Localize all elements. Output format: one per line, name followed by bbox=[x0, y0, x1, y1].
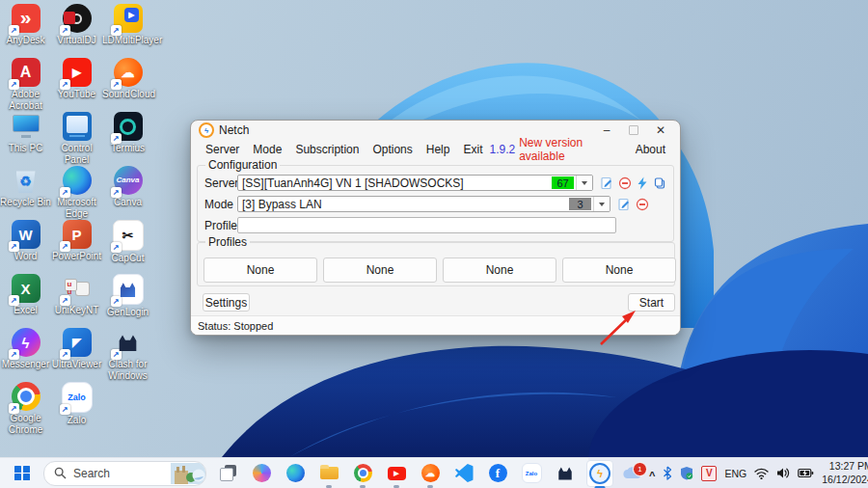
shortcut-arrow-icon bbox=[9, 79, 19, 90]
server-combobox[interactable]: [SS][TuanAnh4G] VN 1 [SHADOWSOCKS] 67 bbox=[237, 175, 593, 191]
taskbar-app-soundcloud[interactable] bbox=[418, 461, 443, 486]
desktop-icon-messenger[interactable]: Messenger bbox=[0, 328, 51, 382]
taskbar-app-edge[interactable] bbox=[283, 461, 308, 486]
desktop-icon-recycle-bin[interactable]: Recycle Bin bbox=[0, 166, 51, 220]
unikey-tray-icon[interactable]: V bbox=[701, 466, 717, 481]
this-pc-icon bbox=[12, 112, 41, 141]
taskbar-app-vscode[interactable] bbox=[451, 461, 476, 486]
menu-help[interactable]: Help bbox=[420, 143, 457, 156]
file-explorer-icon bbox=[320, 464, 339, 482]
taskbar-app-zalo[interactable] bbox=[519, 461, 544, 486]
profile-slot-3-button[interactable]: None bbox=[443, 258, 556, 283]
menu-bar: Server Mode Subscription Options Help Ex… bbox=[191, 140, 680, 158]
desktop-icon-label: VirtualDJ bbox=[57, 35, 95, 46]
recycle-bin-icon bbox=[12, 166, 41, 195]
desktop-icon-control-panel[interactable]: Control Panel bbox=[51, 112, 102, 166]
profile-name-input[interactable] bbox=[237, 217, 616, 233]
profile-slot-1-button[interactable]: None bbox=[203, 258, 317, 283]
menu-subscription[interactable]: Subscription bbox=[288, 143, 366, 156]
desktop-icon-zalo[interactable]: Zalo bbox=[51, 382, 102, 436]
menu-server[interactable]: Server bbox=[199, 143, 246, 156]
desktop-icon-anydesk[interactable]: AnyDesk bbox=[0, 4, 51, 58]
update-link[interactable]: New version available bbox=[519, 136, 624, 163]
desktop-icon-clash-for-windows[interactable]: Clash for Windows bbox=[102, 328, 153, 382]
zalo-icon bbox=[62, 382, 93, 413]
server-dropdown-button[interactable] bbox=[576, 176, 592, 190]
language-indicator[interactable]: ENG bbox=[724, 468, 746, 479]
profile-slot-4-button[interactable]: None bbox=[562, 258, 676, 283]
taskbar-app-copilot[interactable] bbox=[249, 461, 274, 486]
profile-slot-2-button[interactable]: None bbox=[323, 258, 437, 283]
tray-overflow-chevron[interactable]: ^ bbox=[649, 470, 655, 481]
desktop-icon-microsoft-edge[interactable]: Microsoft Edge bbox=[51, 166, 102, 220]
shortcut-arrow-icon bbox=[9, 295, 19, 306]
desktop-icon-label: Clash for Windows bbox=[102, 359, 153, 381]
battery-tray-icon[interactable] bbox=[798, 468, 814, 478]
wifi-tray-icon[interactable] bbox=[754, 468, 769, 479]
desktop-icon-unikeynt[interactable]: UniKeyNT bbox=[51, 274, 102, 328]
soundcloud-icon bbox=[114, 58, 143, 87]
desktop-screen: AnyDesk VirtualDJ LDMultiPlayer Adobe Ac… bbox=[0, 0, 868, 488]
menu-mode[interactable]: Mode bbox=[246, 143, 288, 156]
taskbar-app-taskview[interactable] bbox=[215, 461, 240, 486]
bluetooth-tray-icon[interactable] bbox=[663, 466, 672, 480]
desktop-icon-termius[interactable]: Termius bbox=[102, 112, 153, 166]
capcut-icon bbox=[113, 220, 144, 251]
start-button[interactable]: Start bbox=[628, 293, 675, 312]
onedrive-tray-icon[interactable]: 1 bbox=[622, 467, 641, 479]
unikey-icon bbox=[63, 274, 92, 303]
desktop-icon-grid: AnyDesk VirtualDJ LDMultiPlayer Adobe Ac… bbox=[0, 4, 153, 436]
windows-security-tray-icon[interactable] bbox=[680, 466, 693, 480]
settings-button[interactable]: Settings bbox=[203, 293, 250, 312]
desktop-icon-label: Word bbox=[14, 251, 38, 262]
start-button-taskbar[interactable] bbox=[10, 461, 35, 486]
desktop-icon-ultraviewer[interactable]: UltraViewer bbox=[51, 328, 102, 382]
taskbar-clock[interactable]: 13:27 PM 16/12/2024 bbox=[822, 460, 868, 486]
mode-dropdown-button[interactable] bbox=[593, 197, 610, 211]
delete-server-button[interactable] bbox=[618, 176, 632, 190]
taskbar-app-facebook[interactable] bbox=[485, 461, 510, 486]
menu-about[interactable]: About bbox=[629, 143, 672, 156]
desktop-icon-virtualdj[interactable]: VirtualDJ bbox=[51, 4, 102, 58]
edit-mode-button[interactable] bbox=[617, 198, 631, 211]
edit-server-button[interactable] bbox=[600, 176, 613, 190]
excel-icon bbox=[12, 274, 41, 303]
mode-combobox[interactable]: [3] Bypass LAN 3 bbox=[237, 196, 610, 212]
menu-exit[interactable]: Exit bbox=[456, 143, 489, 156]
canva-icon bbox=[114, 166, 143, 195]
mode-value: [3] Bypass LAN bbox=[242, 198, 322, 211]
desktop-icon-powerpoint[interactable]: PowerPoint bbox=[51, 220, 102, 274]
chrome-icon bbox=[12, 382, 41, 411]
volume-tray-icon[interactable] bbox=[776, 467, 790, 479]
search-icon bbox=[54, 467, 67, 479]
desktop-icon-this-pc[interactable]: This PC bbox=[0, 112, 51, 166]
desktop-icon-word[interactable]: Word bbox=[0, 220, 51, 274]
shortcut-arrow-icon bbox=[60, 349, 70, 360]
delete-mode-button[interactable] bbox=[636, 198, 649, 211]
shortcut-arrow-icon bbox=[111, 349, 122, 360]
desktop-icon-ldmultiplayer[interactable]: LDMultiPlayer bbox=[102, 4, 153, 58]
desktop-icon-genlogin[interactable]: GenLogin bbox=[102, 274, 153, 328]
copy-server-button[interactable] bbox=[653, 176, 666, 190]
ultraviewer-icon bbox=[63, 328, 92, 357]
status-bar: Status: Stopped bbox=[191, 315, 680, 335]
shortcut-arrow-icon bbox=[60, 187, 70, 198]
server-label: Server bbox=[204, 176, 237, 190]
menu-options[interactable]: Options bbox=[366, 143, 419, 156]
desktop-icon-adobe-acrobat[interactable]: Adobe Acrobat bbox=[0, 58, 51, 112]
taskbar-app-clash[interactable] bbox=[553, 461, 578, 486]
desktop-icon-excel[interactable]: Excel bbox=[0, 274, 51, 328]
desktop-icon-canva[interactable]: Canva bbox=[102, 166, 153, 220]
taskbar-app-youtube[interactable] bbox=[384, 461, 409, 486]
desktop-icon-soundcloud[interactable]: SoundCloud bbox=[102, 58, 153, 112]
taskbar-app-chrome[interactable] bbox=[350, 461, 375, 486]
taskbar-search-box[interactable]: Search bbox=[43, 461, 206, 486]
mode-row: Mode [3] Bypass LAN 3 bbox=[204, 196, 666, 212]
taskbar-app-file-explorer[interactable] bbox=[316, 461, 341, 486]
desktop-icon-google-chrome[interactable]: Google Chrome bbox=[0, 382, 51, 436]
desktop-icon-label: This PC bbox=[9, 143, 43, 154]
speed-test-button[interactable] bbox=[637, 176, 648, 190]
desktop-icon-capcut[interactable]: CapCut bbox=[102, 220, 153, 274]
taskbar-app-netch-active[interactable] bbox=[586, 460, 613, 487]
desktop-icon-youtube[interactable]: YouTube bbox=[51, 58, 102, 112]
